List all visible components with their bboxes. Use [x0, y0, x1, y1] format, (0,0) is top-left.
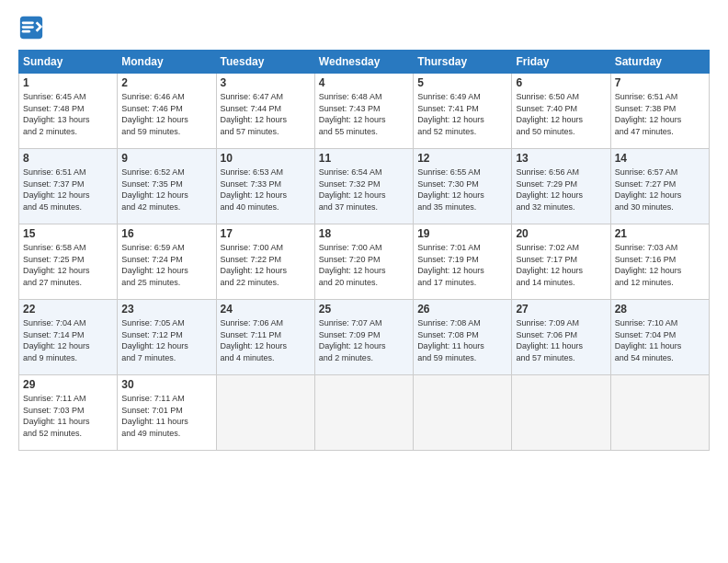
calendar-cell: 19Sunrise: 7:01 AMSunset: 7:19 PMDayligh…	[414, 224, 512, 300]
day-info: Sunrise: 6:59 AMSunset: 7:24 PMDaylight:…	[121, 242, 211, 288]
calendar-cell: 9Sunrise: 6:52 AMSunset: 7:35 PMDaylight…	[118, 149, 216, 224]
svg-rect-3	[22, 26, 34, 29]
day-number: 3	[221, 76, 311, 89]
day-number: 17	[221, 227, 311, 240]
col-header-friday: Friday	[512, 51, 610, 74]
day-info: Sunrise: 6:50 AMSunset: 7:40 PMDaylight:…	[516, 91, 606, 137]
day-info: Sunrise: 7:04 AMSunset: 7:14 PMDaylight:…	[23, 317, 113, 363]
svg-rect-4	[22, 30, 30, 33]
day-info: Sunrise: 7:00 AMSunset: 7:20 PMDaylight:…	[319, 242, 409, 288]
col-header-wednesday: Wednesday	[314, 51, 413, 74]
calendar-cell: 13Sunrise: 6:56 AMSunset: 7:29 PMDayligh…	[512, 149, 610, 224]
day-number: 16	[121, 227, 211, 240]
day-info: Sunrise: 7:05 AMSunset: 7:12 PMDaylight:…	[121, 317, 211, 363]
col-header-monday: Monday	[118, 51, 216, 74]
day-info: Sunrise: 7:02 AMSunset: 7:17 PMDaylight:…	[516, 242, 606, 288]
calendar-cell: 12Sunrise: 6:55 AMSunset: 7:30 PMDayligh…	[414, 149, 512, 224]
day-number: 27	[516, 303, 606, 316]
calendar-cell: 7Sunrise: 6:51 AMSunset: 7:38 PMDaylight…	[610, 74, 709, 149]
day-number: 29	[23, 378, 113, 391]
day-number: 13	[516, 152, 606, 165]
calendar-cell: 29Sunrise: 7:11 AMSunset: 7:03 PMDayligh…	[19, 375, 118, 451]
day-number: 30	[121, 378, 211, 391]
day-number: 10	[221, 152, 311, 165]
calendar-cell: 21Sunrise: 7:03 AMSunset: 7:16 PMDayligh…	[610, 224, 709, 300]
calendar-cell	[512, 375, 610, 451]
day-number: 21	[615, 227, 705, 240]
day-info: Sunrise: 6:58 AMSunset: 7:25 PMDaylight:…	[23, 242, 113, 288]
calendar-cell: 8Sunrise: 6:51 AMSunset: 7:37 PMDaylight…	[19, 149, 118, 224]
day-info: Sunrise: 7:08 AMSunset: 7:08 PMDaylight:…	[417, 317, 507, 363]
day-number: 22	[23, 303, 113, 316]
day-number: 15	[23, 227, 113, 240]
day-info: Sunrise: 6:49 AMSunset: 7:41 PMDaylight:…	[417, 91, 507, 137]
day-info: Sunrise: 7:01 AMSunset: 7:19 PMDaylight:…	[417, 242, 507, 288]
header-area	[18, 15, 710, 40]
svg-rect-2	[22, 21, 34, 24]
day-info: Sunrise: 6:52 AMSunset: 7:35 PMDaylight:…	[121, 167, 211, 213]
day-info: Sunrise: 6:51 AMSunset: 7:37 PMDaylight:…	[23, 167, 113, 213]
calendar-cell: 10Sunrise: 6:53 AMSunset: 7:33 PMDayligh…	[216, 149, 314, 224]
day-info: Sunrise: 7:11 AMSunset: 7:03 PMDaylight:…	[23, 393, 113, 439]
col-header-saturday: Saturday	[610, 51, 709, 74]
logo	[18, 15, 46, 40]
day-number: 2	[121, 76, 211, 89]
day-info: Sunrise: 6:47 AMSunset: 7:44 PMDaylight:…	[221, 91, 311, 137]
col-header-tuesday: Tuesday	[216, 51, 314, 74]
day-number: 12	[417, 152, 507, 165]
calendar-cell: 25Sunrise: 7:07 AMSunset: 7:09 PMDayligh…	[314, 300, 413, 375]
day-number: 5	[417, 76, 507, 89]
calendar-cell: 1Sunrise: 6:45 AMSunset: 7:48 PMDaylight…	[19, 74, 118, 149]
day-info: Sunrise: 7:06 AMSunset: 7:11 PMDaylight:…	[221, 317, 311, 363]
day-info: Sunrise: 7:11 AMSunset: 7:01 PMDaylight:…	[121, 393, 211, 439]
day-info: Sunrise: 7:03 AMSunset: 7:16 PMDaylight:…	[615, 242, 705, 288]
day-number: 4	[319, 76, 409, 89]
calendar-cell: 16Sunrise: 6:59 AMSunset: 7:24 PMDayligh…	[118, 224, 216, 300]
day-number: 11	[319, 152, 409, 165]
day-number: 19	[417, 227, 507, 240]
day-info: Sunrise: 6:48 AMSunset: 7:43 PMDaylight:…	[319, 91, 409, 137]
day-info: Sunrise: 6:57 AMSunset: 7:27 PMDaylight:…	[615, 167, 705, 213]
logo-icon	[18, 15, 44, 40]
day-info: Sunrise: 7:07 AMSunset: 7:09 PMDaylight:…	[319, 317, 409, 363]
day-number: 25	[319, 303, 409, 316]
calendar-cell: 15Sunrise: 6:58 AMSunset: 7:25 PMDayligh…	[19, 224, 118, 300]
day-info: Sunrise: 6:53 AMSunset: 7:33 PMDaylight:…	[221, 167, 311, 213]
calendar-cell: 18Sunrise: 7:00 AMSunset: 7:20 PMDayligh…	[314, 224, 413, 300]
calendar-cell	[216, 375, 314, 451]
day-number: 7	[615, 76, 705, 89]
calendar-cell: 14Sunrise: 6:57 AMSunset: 7:27 PMDayligh…	[610, 149, 709, 224]
day-info: Sunrise: 7:10 AMSunset: 7:04 PMDaylight:…	[615, 317, 705, 363]
day-info: Sunrise: 6:46 AMSunset: 7:46 PMDaylight:…	[121, 91, 211, 137]
calendar-cell: 26Sunrise: 7:08 AMSunset: 7:08 PMDayligh…	[414, 300, 512, 375]
calendar-cell	[414, 375, 512, 451]
day-number: 28	[615, 303, 705, 316]
day-info: Sunrise: 6:45 AMSunset: 7:48 PMDaylight:…	[23, 91, 113, 137]
day-info: Sunrise: 6:54 AMSunset: 7:32 PMDaylight:…	[319, 167, 409, 213]
calendar-page: SundayMondayTuesdayWednesdayThursdayFrid…	[0, 0, 728, 460]
col-header-thursday: Thursday	[414, 51, 512, 74]
calendar-cell: 11Sunrise: 6:54 AMSunset: 7:32 PMDayligh…	[314, 149, 413, 224]
calendar-cell	[610, 375, 709, 451]
calendar-cell: 30Sunrise: 7:11 AMSunset: 7:01 PMDayligh…	[118, 375, 216, 451]
day-info: Sunrise: 6:56 AMSunset: 7:29 PMDaylight:…	[516, 167, 606, 213]
calendar-table: SundayMondayTuesdayWednesdayThursdayFrid…	[18, 50, 710, 451]
calendar-cell	[314, 375, 413, 451]
day-number: 26	[417, 303, 507, 316]
calendar-cell: 23Sunrise: 7:05 AMSunset: 7:12 PMDayligh…	[118, 300, 216, 375]
calendar-cell: 2Sunrise: 6:46 AMSunset: 7:46 PMDaylight…	[118, 74, 216, 149]
day-info: Sunrise: 7:09 AMSunset: 7:06 PMDaylight:…	[516, 317, 606, 363]
day-info: Sunrise: 7:00 AMSunset: 7:22 PMDaylight:…	[221, 242, 311, 288]
day-number: 24	[221, 303, 311, 316]
day-number: 1	[23, 76, 113, 89]
calendar-cell: 20Sunrise: 7:02 AMSunset: 7:17 PMDayligh…	[512, 224, 610, 300]
day-number: 18	[319, 227, 409, 240]
day-number: 20	[516, 227, 606, 240]
calendar-cell: 27Sunrise: 7:09 AMSunset: 7:06 PMDayligh…	[512, 300, 610, 375]
day-number: 9	[121, 152, 211, 165]
calendar-cell: 22Sunrise: 7:04 AMSunset: 7:14 PMDayligh…	[19, 300, 118, 375]
calendar-cell: 6Sunrise: 6:50 AMSunset: 7:40 PMDaylight…	[512, 74, 610, 149]
day-number: 14	[615, 152, 705, 165]
day-number: 8	[23, 152, 113, 165]
calendar-cell: 3Sunrise: 6:47 AMSunset: 7:44 PMDaylight…	[216, 74, 314, 149]
